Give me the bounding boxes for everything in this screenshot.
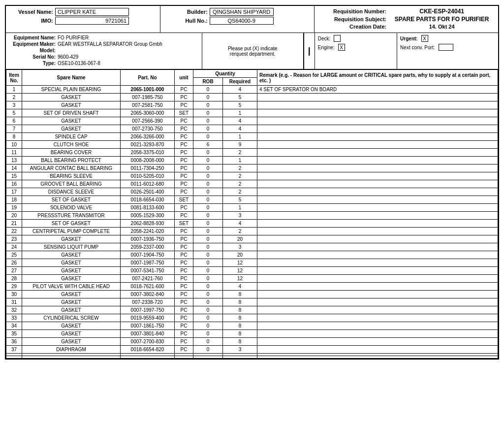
cell-remark bbox=[257, 109, 498, 117]
cell-unit: PC bbox=[175, 338, 193, 346]
please-note: Please put (X) indicate rerquest departm… bbox=[202, 33, 304, 69]
cell-rob: 0 bbox=[193, 306, 223, 314]
cell-spare-name: GASKET bbox=[22, 322, 121, 330]
cell-spare-name: GASKET bbox=[22, 251, 121, 259]
cell-rob: 0 bbox=[193, 149, 223, 157]
equip-name-value: FO PURIFIER bbox=[58, 35, 89, 40]
cell-spare-name bbox=[22, 356, 121, 359]
th-quantity: Quantity bbox=[193, 70, 257, 78]
cell-spare-name: SET OF DRIVEN SHAFT bbox=[22, 109, 121, 117]
cell-part-no: 0010-5205-010 bbox=[121, 172, 175, 180]
cell-required: 12 bbox=[223, 267, 257, 275]
engine-checkbox: X bbox=[338, 44, 345, 51]
cell-part-no: 2058-2241-020 bbox=[121, 228, 175, 235]
cell-item-no: 8 bbox=[6, 133, 22, 141]
cell-remark: 4 SET OF SPERATOR ON BOARD bbox=[257, 86, 498, 94]
cell-required: 1 bbox=[223, 204, 257, 212]
cell-unit: PC bbox=[175, 306, 193, 314]
cell-remark bbox=[257, 322, 498, 330]
please-text-line2: rerquest department. bbox=[230, 51, 276, 57]
hull-label: Hull No.: bbox=[163, 18, 208, 24]
cell-item-no: 27 bbox=[6, 267, 22, 275]
cell-remark bbox=[257, 243, 498, 251]
cell-spare-name: GASKET bbox=[22, 94, 121, 101]
table-row: 16GROOVET BALL BEARING0011-6012-680PC02 bbox=[6, 180, 498, 188]
cell-rob: 0 bbox=[193, 251, 223, 259]
table-row: 32GASKET0007-1997-750PC08 bbox=[6, 306, 498, 314]
cell-required: 2 bbox=[223, 188, 257, 196]
table-row: 36GASKET0007-2700-830PC08 bbox=[6, 338, 498, 346]
cell-remark bbox=[257, 283, 498, 291]
cell-unit: PC bbox=[175, 243, 193, 251]
cell-spare-name: GASKET bbox=[22, 306, 121, 314]
table-row: 18SET OF GASKET0018-6654-030SET05 bbox=[6, 196, 498, 204]
cell-part-no: 2059-2337-000 bbox=[121, 243, 175, 251]
cell-rob: 0 bbox=[193, 212, 223, 220]
creation-date-label: Creation Date: bbox=[317, 24, 386, 30]
cell-part-no: 007-2730-750 bbox=[121, 125, 175, 133]
cell-spare-name: GASKET bbox=[22, 125, 121, 133]
req-subject-value: SPARE PARTS FOR FO PURIFIER bbox=[388, 16, 495, 23]
cell-remark bbox=[257, 180, 498, 188]
cell-rob: 0 bbox=[193, 172, 223, 180]
table-row: 8SPINDLE CAP2066-3266-000PC01 bbox=[6, 133, 498, 141]
cell-item-no: 31 bbox=[6, 298, 22, 306]
cell-unit: PC bbox=[175, 251, 193, 259]
cell-required: 12 bbox=[223, 259, 257, 267]
equip-maker-label: Equipment Maker: bbox=[9, 41, 56, 47]
cell-item-no: 1 bbox=[6, 86, 22, 94]
table-row: 29PILOT VALVE WITH CABLE HEAD0018-7621-6… bbox=[6, 283, 498, 291]
req-number-label: Requisition Number: bbox=[317, 8, 386, 14]
cell-spare-name: GASKET bbox=[22, 267, 121, 275]
cell-rob: 0 bbox=[193, 298, 223, 306]
cell-part-no: 0007-1904-750 bbox=[121, 251, 175, 259]
cell-item-no: 24 bbox=[6, 243, 22, 251]
cell-rob: 0 bbox=[193, 291, 223, 298]
cell-unit: PC bbox=[175, 86, 193, 94]
cell-rob bbox=[193, 356, 223, 359]
cell-item-no: 11 bbox=[6, 149, 22, 157]
cell-rob: 0 bbox=[193, 314, 223, 322]
cell-required: 5 bbox=[223, 196, 257, 204]
cell-unit: PC bbox=[175, 133, 193, 141]
cell-item-no: 10 bbox=[6, 141, 22, 149]
cell-part-no: 0007-1936-750 bbox=[121, 235, 175, 243]
table-row: 21SET OF GASKET2062-8828-930SET04 bbox=[6, 220, 498, 228]
cell-part-no: 007-2581-750 bbox=[121, 101, 175, 109]
cell-remark bbox=[257, 117, 498, 125]
table-row: 5SET OF DRIVEN SHAFT2065-3060-000SET01 bbox=[6, 109, 498, 117]
cell-required: 8 bbox=[223, 314, 257, 322]
req-number-value: CKE-ESP-24041 bbox=[388, 8, 495, 15]
cell-rob: 0 bbox=[193, 338, 223, 346]
cell-part-no: 0007-3801-840 bbox=[121, 330, 175, 338]
cell-unit: PC bbox=[175, 228, 193, 235]
cell-spare-name: GASKET bbox=[22, 298, 121, 306]
cell-required: 8 bbox=[223, 338, 257, 346]
next-port-label: Next conv. Port: bbox=[400, 45, 435, 50]
cell-part-no: 2058-3375-010 bbox=[121, 149, 175, 157]
cell-spare-name: GASKET bbox=[22, 275, 121, 283]
equip-type-value: OSE10-0136-067-8 bbox=[58, 61, 100, 66]
cell-unit: PC bbox=[175, 314, 193, 322]
cell-spare-name: DISDANCE SLEEVE bbox=[22, 188, 121, 196]
cell-part-no: 0005-1529-300 bbox=[121, 212, 175, 220]
cell-part-no: 007-1985-750 bbox=[121, 94, 175, 101]
table-row: 22CENTRIPETAL PUMP COMPLETE2058-2241-020… bbox=[6, 228, 498, 235]
equip-name-label: Equipment Name: bbox=[9, 35, 56, 40]
cell-spare-name: PILOT VALVE WITH CABLE HEAD bbox=[22, 283, 121, 291]
table-row: 23GASKET0007-1936-750PC020 bbox=[6, 235, 498, 243]
cell-rob: 0 bbox=[193, 165, 223, 172]
cell-spare-name: PRESSSTURE TRANSMITOR bbox=[22, 212, 121, 220]
cell-spare-name: ANGULAR CONTAC BALL BEARING bbox=[22, 165, 121, 172]
cell-item-no: 16 bbox=[6, 180, 22, 188]
cell-remark bbox=[257, 275, 498, 283]
cell-remark bbox=[257, 212, 498, 220]
cell-remark bbox=[257, 306, 498, 314]
cell-spare-name: CENTRIPETAL PUMP COMPLETE bbox=[22, 228, 121, 235]
cell-part-no: 0007-1987-750 bbox=[121, 259, 175, 267]
cell-unit: PC bbox=[175, 125, 193, 133]
table-row: 33CYLINDERICAL SCREW0019-9559-400PC08 bbox=[6, 314, 498, 322]
cell-unit: PC bbox=[175, 94, 193, 101]
cell-unit: SET bbox=[175, 109, 193, 117]
builder-info: Builder: QINGSHAN SHIPYARD Hull No.: QS6… bbox=[160, 6, 315, 33]
